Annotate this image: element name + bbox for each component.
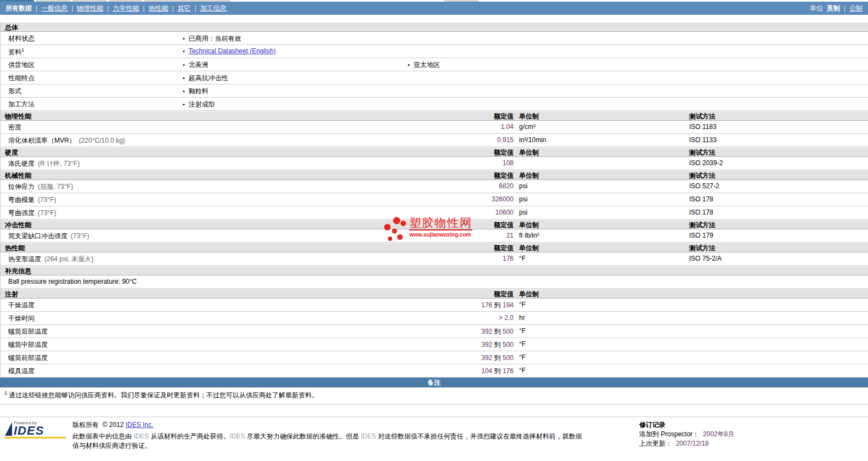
- table-row: 资料1•Technical Datasheet (English): [1, 45, 868, 58]
- value-number: 1.04: [501, 123, 514, 131]
- property-value: 176 到 194: [450, 301, 514, 310]
- tab-all-data: 所有数据: [5, 4, 32, 13]
- footnote-sup: 1: [4, 390, 7, 396]
- table-row: 模具温度104 到 176°F: [1, 364, 868, 378]
- property-condition: (264 psi, 未退火): [44, 255, 93, 263]
- value-number: 176: [503, 255, 514, 262]
- tab-physical[interactable]: 物理性能: [77, 4, 103, 13]
- property-unit: psi: [519, 195, 527, 203]
- test-method: ISO 1183: [689, 123, 717, 131]
- property-unit: °F: [519, 353, 526, 361]
- property-name: 干燥温度: [8, 301, 35, 310]
- property-condition: (73°F): [38, 209, 56, 217]
- tab-thermal[interactable]: 热性能: [149, 4, 168, 13]
- property-condition: (73°F): [71, 232, 89, 240]
- property-value: 21: [450, 232, 514, 239]
- tab-strip-segment: [0, 0, 34, 2]
- bullet-item: •注射成型: [183, 100, 215, 109]
- property-unit: °F: [519, 327, 526, 335]
- table-row: 供货地区•北美洲•亚太地区: [1, 58, 868, 71]
- property-name: 洛氏硬度(R 计秤, 73°F): [8, 159, 80, 168]
- bullet-item: •北美洲: [183, 60, 208, 70]
- test-method: ISO 178: [689, 195, 713, 203]
- tab-strip-segment: [109, 0, 142, 2]
- property-unit: °F: [519, 367, 526, 374]
- value-number: 108: [503, 159, 514, 167]
- ides-inc-link[interactable]: IDES Inc.: [126, 421, 154, 429]
- column-header-unit: 单位制: [519, 171, 539, 181]
- table-row: 洛氏硬度(R 计秤, 73°F)108ISO 2039-2: [1, 157, 868, 170]
- ides-logo-triangle-icon: [4, 422, 13, 436]
- property-name: 性能特点: [8, 74, 35, 83]
- revision-updated: 上次更新： 2007/12/18: [639, 439, 734, 448]
- section-title: 注射: [5, 290, 18, 299]
- property-name: 形式: [8, 87, 21, 96]
- nav-tabs: 所有数据|一般信息|物理性能|力学性能|热性能|其它|加工信息: [5, 4, 227, 13]
- column-header-value: 额定值: [450, 244, 514, 253]
- property-condition: (73°F): [38, 196, 56, 204]
- value-joiner: 到: [492, 328, 503, 335]
- section-title: 机械性能: [5, 171, 31, 181]
- property-value: 0.915: [450, 136, 514, 144]
- column-header-value: 额定值: [450, 112, 514, 121]
- property-unit: g/cm³: [519, 123, 536, 131]
- column-header-value: 额定值: [450, 148, 514, 158]
- copyright-label: 版权所有: [72, 421, 99, 429]
- nav-separator: |: [844, 4, 846, 12]
- disclaimer-segment: IDES: [230, 432, 245, 440]
- table-row: 材料状态•已商用：当前有效: [1, 32, 868, 45]
- value-number: 0.915: [497, 136, 514, 144]
- column-header-test: 测试方法: [689, 244, 715, 253]
- property-name: 密度: [8, 123, 21, 132]
- bullet-item: •亚太地区: [408, 60, 440, 70]
- revision-added-value: 2002年8月: [703, 430, 734, 438]
- column-header-unit: 单位制: [519, 244, 539, 253]
- value-joiner: 到: [492, 341, 503, 348]
- column-header-test: 测试方法: [689, 112, 715, 121]
- value-number: 500: [503, 341, 514, 348]
- tab-other[interactable]: 其它: [178, 4, 191, 13]
- value-number: > 2.0: [499, 314, 514, 322]
- property-value: 104 到 176: [450, 367, 514, 376]
- property-condition: (R 计秤, 73°F): [38, 160, 80, 167]
- table-row: 螺筒后部温度392 到 500°F: [1, 325, 868, 338]
- column-header-unit: 单位制: [519, 290, 539, 299]
- revision-added: 添加到 Prospector： 2002年8月: [639, 430, 734, 439]
- column-header-unit: 单位制: [519, 112, 539, 121]
- property-name: 供货地区: [8, 60, 35, 70]
- bullet-text: 注射成型: [189, 100, 215, 108]
- value-number: 21: [506, 232, 514, 239]
- bullet-text: 亚太地区: [414, 61, 440, 69]
- section-title: 物理性能: [5, 112, 31, 121]
- property-name: 拉伸应力(屈服, 73°F): [8, 182, 73, 192]
- property-unit: °F: [519, 301, 526, 308]
- tab-strip-segment: [144, 0, 230, 2]
- property-unit: psi: [519, 209, 527, 216]
- supplemental-text: Ball pressure registration temperature: …: [8, 278, 137, 285]
- property-value: 392 到 500: [450, 353, 514, 363]
- section-header: 硬度额定值单位制测试方法: [1, 147, 868, 157]
- datasheet-link[interactable]: Technical Datasheet (English): [189, 47, 276, 55]
- section-title: 补充信息: [5, 267, 31, 276]
- value-number: 10600: [495, 209, 514, 216]
- value-number: 194: [503, 301, 514, 309]
- unit-metric-link[interactable]: 公制: [849, 4, 863, 13]
- disclaimer-segment: 此数据表中的信息由: [72, 432, 133, 440]
- bullet-text: 北美洲: [189, 61, 208, 69]
- property-unit: hr: [519, 314, 525, 322]
- tab-strip-segment: [444, 0, 478, 2]
- property-name: 螺筒后部温度: [8, 327, 48, 336]
- revision-added-label: 添加到 Prospector：: [639, 430, 699, 438]
- tab-processing[interactable]: 加工信息: [200, 4, 227, 13]
- property-unit: in³/10min: [519, 136, 546, 144]
- ides-logo: Powered by IDES: [4, 420, 66, 438]
- value-number: 326000: [492, 195, 514, 203]
- tab-general-info[interactable]: 一般信息: [41, 4, 67, 13]
- tab-mechanical[interactable]: 力学性能: [112, 4, 139, 13]
- property-name: 模具温度: [8, 367, 35, 376]
- revision-updated-label: 上次更新：: [639, 440, 672, 447]
- section-header: 热性能额定值单位制测试方法: [1, 243, 868, 252]
- table-row: 简支梁缺口冲击强度(73°F)21ft·lb/in²ISO 179: [1, 229, 868, 243]
- value-number: 104: [481, 367, 492, 375]
- table-row: 热变形温度(264 psi, 未退火)176°FISO 75-2/A: [1, 252, 868, 266]
